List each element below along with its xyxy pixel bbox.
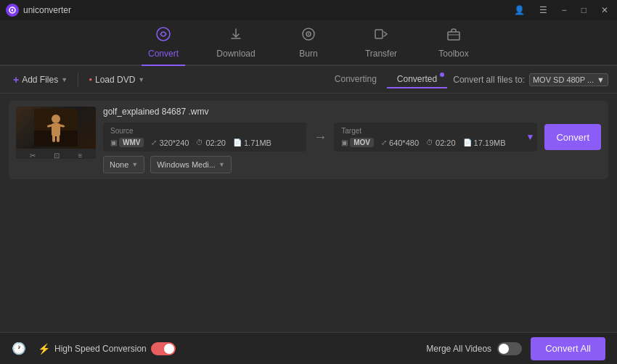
merge-all-videos-label: Merge All Videos xyxy=(426,344,491,354)
source-size: 1.71MB xyxy=(244,138,271,147)
transfer-nav-icon xyxy=(373,26,389,46)
format-dropdown-icon: ▼ xyxy=(597,75,605,84)
encoder-select-value: Windows Medi... xyxy=(157,160,216,169)
download-nav-icon xyxy=(228,26,244,46)
target-size-item: 📄 17.19MB xyxy=(463,138,506,147)
merge-label-group: Merge All Videos xyxy=(426,342,522,355)
nav-label-download: Download xyxy=(216,49,255,59)
convert-all-files-label: Convert all files to: xyxy=(453,75,525,85)
title-bar: uniconverter 👤 ☰ − □ ✕ xyxy=(0,0,617,20)
target-size-icon: 📄 xyxy=(463,138,472,146)
format-select-dropdown[interactable]: MOV SD 480P ... ▼ xyxy=(529,73,608,86)
target-resolution: 640*480 xyxy=(389,138,419,147)
file-info: golf_explained 84687 .wmv Source ▣ WMV ⤢… xyxy=(103,107,601,173)
thumbnail-image xyxy=(16,107,96,149)
menu-icon-btn[interactable]: ☰ xyxy=(536,4,550,17)
high-speed-label: High Speed Conversion xyxy=(54,344,147,354)
source-target-row: Source ▣ WMV ⤢ 320*240 ⏱ 02:20 xyxy=(103,123,601,152)
source-label: Source xyxy=(110,127,299,135)
file-thumbnail: ✂ ⊡ ≡ xyxy=(16,107,96,159)
convert-all-button[interactable]: Convert All xyxy=(531,337,605,360)
svg-rect-14 xyxy=(57,135,60,142)
effects-icon[interactable]: ≡ xyxy=(78,152,82,160)
minimize-btn[interactable]: − xyxy=(559,4,570,17)
converted-tab-dot xyxy=(440,73,444,77)
merge-toggle[interactable] xyxy=(497,342,522,355)
dvd-icon: ● xyxy=(89,76,92,83)
nav-item-convert[interactable]: Convert xyxy=(142,26,185,66)
convert-button[interactable]: Convert xyxy=(544,124,601,150)
converting-tab-label: Converting xyxy=(335,74,377,84)
toggle-knob xyxy=(164,344,174,354)
target-res-icon: ⤢ xyxy=(381,138,387,146)
source-format-item: ▣ WMV xyxy=(110,138,144,147)
nav-item-toolbox[interactable]: Toolbox xyxy=(432,26,475,65)
target-dropdown-icon[interactable]: ▼ xyxy=(526,132,535,142)
toolbar-right: Convert all files to: MOV SD 480P ... ▼ xyxy=(453,73,608,86)
speed-label-group: ⚡ High Speed Conversion xyxy=(38,342,176,355)
bottom-left: 🕐 ⚡ High Speed Conversion xyxy=(12,342,176,355)
tab-converting[interactable]: Converting xyxy=(324,71,387,88)
thumbnail-toolbar: ✂ ⊡ ≡ xyxy=(16,149,96,159)
source-details: ▣ WMV ⤢ 320*240 ⏱ 02:20 📄 xyxy=(110,138,299,147)
add-files-label: Add Files xyxy=(22,75,58,85)
target-format-icon: ▣ xyxy=(341,138,348,146)
toolbox-nav-icon xyxy=(446,26,462,46)
svg-point-4 xyxy=(308,33,309,35)
svg-rect-5 xyxy=(375,30,383,38)
scissors-icon[interactable]: ✂ xyxy=(30,152,36,160)
nav-item-download[interactable]: Download xyxy=(214,26,258,65)
bottom-right: Merge All Videos Convert All xyxy=(426,337,605,360)
nav-item-transfer[interactable]: Transfer xyxy=(359,26,403,65)
load-dvd-dropdown-icon: ▼ xyxy=(138,76,144,83)
title-bar-left: uniconverter xyxy=(6,4,71,17)
svg-rect-10 xyxy=(52,123,60,136)
nav-label-convert: Convert xyxy=(148,49,179,59)
title-bar-right: 👤 ☰ − □ ✕ xyxy=(511,4,611,17)
toolbar-left: + Add Files ▼ ● Load DVD ▼ xyxy=(9,73,319,87)
none-select-value: None xyxy=(110,160,128,169)
file-row: ✂ ⊡ ≡ golf_explained 84687 .wmv Source ▣… xyxy=(9,101,608,179)
svg-point-1 xyxy=(157,28,170,41)
target-box: Target ▣ MOV ⤢ 640*480 ⏱ 02:20 xyxy=(334,123,537,152)
target-duration-item: ⏱ 02:20 xyxy=(426,138,456,147)
none-select[interactable]: None ▼ xyxy=(103,156,144,173)
encoder-select[interactable]: Windows Medi... ▼ xyxy=(150,156,232,173)
add-files-button[interactable]: + Add Files ▼ xyxy=(9,73,72,87)
encoder-select-icon: ▼ xyxy=(218,161,225,168)
load-dvd-button[interactable]: ● Load DVD ▼ xyxy=(84,73,149,86)
svg-rect-6 xyxy=(448,32,459,40)
nav-label-burn: Burn xyxy=(299,49,317,59)
close-btn[interactable]: ✕ xyxy=(598,4,611,17)
target-duration-icon: ⏱ xyxy=(426,138,433,146)
source-box: Source ▣ WMV ⤢ 320*240 ⏱ 02:20 xyxy=(103,123,306,152)
tab-converted[interactable]: Converted xyxy=(387,71,447,88)
source-duration: 02:20 xyxy=(205,138,226,147)
speed-icon: ⚡ xyxy=(38,343,50,355)
target-details: ▣ MOV ⤢ 640*480 ⏱ 02:20 📄 xyxy=(341,138,530,147)
source-size-icon: 📄 xyxy=(233,138,242,146)
nav-label-transfer: Transfer xyxy=(365,49,397,59)
main-content: ✂ ⊡ ≡ golf_explained 84687 .wmv Source ▣… xyxy=(0,94,617,327)
target-label: Target xyxy=(341,127,530,135)
source-format-badge: WMV xyxy=(119,138,144,147)
nav-item-burn[interactable]: Burn xyxy=(287,26,330,65)
toolbar-divider xyxy=(78,73,78,87)
schedule-icon[interactable]: 🕐 xyxy=(12,342,26,355)
nav-label-toolbox: Toolbox xyxy=(438,49,468,59)
source-size-item: 📄 1.71MB xyxy=(233,138,271,147)
file-name: golf_explained 84687 .wmv xyxy=(103,107,601,117)
target-size: 17.19MB xyxy=(474,138,506,147)
source-resolution: 320*240 xyxy=(159,138,189,147)
speed-toggle[interactable] xyxy=(151,342,176,355)
plus-icon: + xyxy=(13,74,19,86)
crop-icon[interactable]: ⊡ xyxy=(54,152,60,160)
maximize-btn[interactable]: □ xyxy=(579,4,589,17)
source-resolution-item: ⤢ 320*240 xyxy=(151,138,189,147)
converted-tab-label: Converted xyxy=(397,74,437,84)
target-format-badge: MOV xyxy=(350,138,374,147)
user-icon-btn[interactable]: 👤 xyxy=(511,4,528,17)
convert-nav-icon xyxy=(155,26,171,46)
format-select-value: MOV SD 480P ... xyxy=(533,75,594,84)
merge-toggle-knob xyxy=(499,344,509,354)
